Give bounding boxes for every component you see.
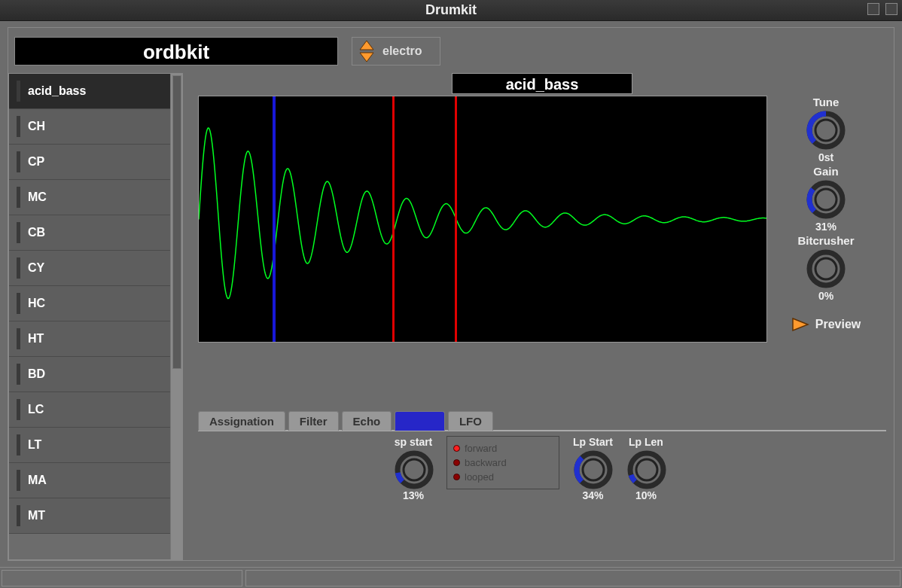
drag-handle-icon xyxy=(17,222,20,243)
lp-start-label: Lp Start xyxy=(573,436,613,448)
lp-start-knob[interactable] xyxy=(573,449,612,489)
kit-name-field[interactable]: ordbkit xyxy=(14,37,338,66)
list-item-label: acid_bass xyxy=(28,84,86,98)
preview-label: Preview xyxy=(815,318,861,331)
drag-handle-icon xyxy=(17,364,20,385)
tab-filter[interactable]: Filter xyxy=(288,411,339,431)
svg-point-3 xyxy=(815,120,836,141)
list-item-label: CH xyxy=(28,120,45,133)
list-item[interactable]: CP xyxy=(9,145,172,180)
loop-end-marker[interactable] xyxy=(455,96,457,342)
list-item[interactable]: MC xyxy=(9,180,172,215)
list-item[interactable]: LT xyxy=(9,428,172,463)
list-item-label: HC xyxy=(28,297,45,310)
list-item-label: LT xyxy=(28,438,41,452)
drag-handle-icon xyxy=(17,293,20,314)
radio-looped[interactable]: looped xyxy=(453,470,553,484)
lp-len-value: 10% xyxy=(626,489,666,501)
list-item[interactable]: CH xyxy=(9,109,172,145)
list-item[interactable]: HT xyxy=(9,321,172,357)
list-item-label: CY xyxy=(28,261,44,275)
gain-knob-label: Gain xyxy=(806,165,846,178)
list-item-label: HT xyxy=(28,332,44,346)
spinner-arrows-icon[interactable] xyxy=(358,39,375,63)
waveform-display[interactable] xyxy=(198,96,767,343)
list-item[interactable]: MT xyxy=(9,498,172,534)
drag-handle-icon xyxy=(17,505,20,526)
gain-knob-value: 31% xyxy=(806,221,846,233)
play-marker[interactable] xyxy=(273,96,276,342)
tune-knob-value: 0st xyxy=(806,151,846,163)
drag-handle-icon xyxy=(17,116,20,137)
tune-knob[interactable] xyxy=(806,110,846,151)
window-titlebar: Drumkit xyxy=(0,0,902,21)
sp-start-knob[interactable] xyxy=(394,449,433,489)
tab-label: Filter xyxy=(300,415,328,428)
status-segment-2 xyxy=(245,570,900,586)
tab-lfo[interactable]: LFO xyxy=(448,411,493,431)
list-item[interactable]: LC xyxy=(9,392,172,428)
gain-knob[interactable] xyxy=(806,179,846,220)
window-title: Drumkit xyxy=(425,2,477,18)
list-item[interactable]: CY xyxy=(9,251,172,286)
drag-handle-icon xyxy=(17,470,20,491)
drag-handle-icon xyxy=(17,187,20,208)
svg-point-7 xyxy=(815,258,836,279)
svg-marker-1 xyxy=(360,53,373,62)
tab-assignation[interactable]: Assignation xyxy=(198,411,285,431)
radio-label: backward xyxy=(465,457,507,468)
scrollbar[interactable] xyxy=(170,74,182,559)
sample-name[interactable]: acid_bass xyxy=(452,73,632,94)
maximize-icon[interactable] xyxy=(885,3,897,15)
bitcrusher-knob[interactable] xyxy=(806,248,846,289)
radio-backward[interactable]: backward xyxy=(453,455,553,470)
list-item-label: BD xyxy=(28,367,45,381)
svg-marker-8 xyxy=(793,318,808,331)
preset-selector[interactable]: electro xyxy=(352,37,440,66)
radio-forward[interactable]: forward xyxy=(453,441,553,455)
lp-start-value: 34% xyxy=(573,489,613,501)
tab-label: Assignation xyxy=(209,415,274,428)
list-item[interactable]: acid_bass xyxy=(9,74,172,109)
play-icon xyxy=(791,317,809,332)
drag-handle-icon xyxy=(17,328,20,349)
list-item-label: MC xyxy=(28,190,47,204)
direction-radio-group: forwardbackwardlooped xyxy=(446,436,559,489)
tune-knob-label: Tune xyxy=(806,96,846,108)
drag-handle-icon xyxy=(17,257,20,279)
radio-label: looped xyxy=(465,471,494,483)
sample-list: acid_bassCHCPMCCBCYHCHTBDLCLTMAMT xyxy=(8,73,183,560)
tab-loop[interactable]: Loop xyxy=(395,411,445,431)
list-item[interactable]: MA xyxy=(9,463,172,498)
bitcrusher-knob-value: 0% xyxy=(797,290,854,302)
tab-echo[interactable]: Echo xyxy=(342,411,392,431)
svg-point-5 xyxy=(815,189,836,210)
scroll-thumb[interactable] xyxy=(172,75,181,369)
svg-point-12 xyxy=(583,459,604,480)
bitcrusher-knob-label: Bitcrusher xyxy=(797,234,854,247)
list-item-label: CP xyxy=(28,155,44,169)
list-item[interactable]: HC xyxy=(9,286,172,321)
list-item[interactable]: BD xyxy=(9,357,172,392)
tab-label: Echo xyxy=(353,415,381,428)
loop-start-marker[interactable] xyxy=(392,96,395,342)
drag-handle-icon xyxy=(17,81,20,102)
tab-strip: AssignationFilterEchoLoopLFO xyxy=(198,410,886,431)
radio-dot-icon xyxy=(453,459,460,466)
list-item-label: MA xyxy=(28,474,47,487)
drag-handle-icon xyxy=(17,399,20,420)
svg-point-10 xyxy=(404,459,425,480)
list-item-label: CB xyxy=(28,226,45,239)
svg-point-14 xyxy=(636,459,657,480)
preset-label: electro xyxy=(382,44,422,58)
sp-start-label: sp start xyxy=(394,436,433,448)
list-item-label: LC xyxy=(28,403,44,416)
list-item[interactable]: CB xyxy=(9,215,172,251)
drag-handle-icon xyxy=(17,434,20,455)
minimize-icon[interactable] xyxy=(867,3,879,15)
preview-button[interactable]: Preview xyxy=(791,317,861,332)
radio-dot-icon xyxy=(453,445,460,452)
drag-handle-icon xyxy=(17,151,20,172)
lp-len-knob[interactable] xyxy=(626,449,666,489)
radio-label: forward xyxy=(465,443,497,454)
